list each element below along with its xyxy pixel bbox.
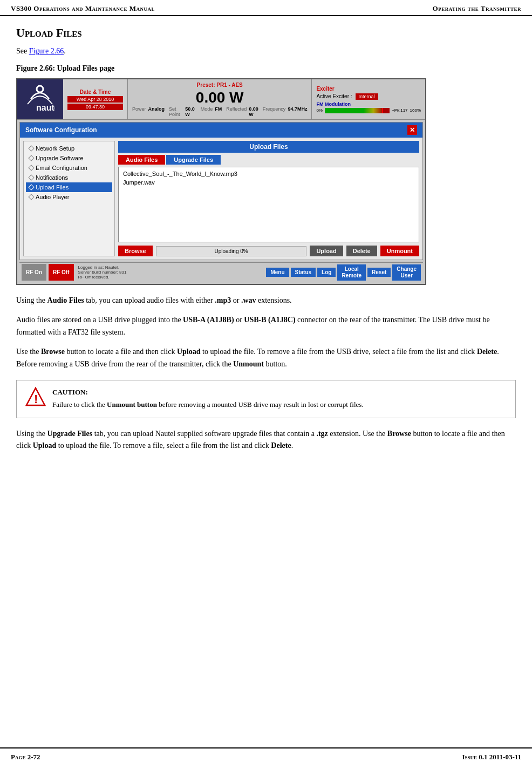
frequency-row: Frequency 94.7MHz bbox=[263, 106, 308, 117]
delete-term: Delete bbox=[477, 348, 497, 356]
nav-label-notifications: Notifications bbox=[36, 174, 68, 181]
svg-point-0 bbox=[37, 86, 43, 92]
top-bar: nautel Date & Time Wed Apr 28 2010 09:47… bbox=[17, 79, 425, 120]
nav-item-notifications[interactable]: Notifications bbox=[26, 173, 112, 182]
nav-item-upgrade-software[interactable]: Upgrade Software bbox=[26, 153, 112, 163]
nav-item-audio-player[interactable]: Audio Player bbox=[26, 192, 112, 202]
date-time-area: Date & Time Wed Apr 28 2010 09:47:30 bbox=[63, 79, 128, 119]
bar-left-label: 0% bbox=[316, 108, 323, 113]
sw-config-panel: Software Configuration ✕ Network Setup U… bbox=[19, 122, 423, 260]
power-type-val: Analog bbox=[148, 106, 165, 117]
file-item-1[interactable]: Collective_Soul_-_The_World_I_Know.mp3 bbox=[121, 169, 417, 178]
wav-term: .wav bbox=[241, 296, 256, 304]
caution-unmount-term: Unmount button bbox=[107, 400, 157, 409]
unmount-button[interactable]: Unmount bbox=[380, 246, 419, 256]
upload-term: Upload bbox=[177, 348, 201, 356]
bar-right-label: 160% bbox=[410, 108, 421, 113]
upload-progress: Uploading 0% bbox=[156, 246, 307, 256]
logged-info: Logged in as: Nautel. Server build numbe… bbox=[76, 264, 264, 281]
nav-diamond-icon bbox=[28, 194, 34, 200]
setpoint-row: Set Point 50.0 W bbox=[169, 106, 196, 117]
unmount-term: Unmount bbox=[233, 360, 264, 368]
nav-label-upgrade-software: Upgrade Software bbox=[36, 155, 84, 161]
caution-title: CAUTION: bbox=[52, 387, 364, 398]
rf-off-button[interactable]: RF Off bbox=[49, 264, 74, 281]
footer-right: Issue 0.1 2011-03-11 bbox=[462, 753, 521, 761]
upload-button[interactable]: Upload bbox=[310, 246, 343, 256]
nav-label-audio-player: Audio Player bbox=[36, 194, 69, 200]
log-button[interactable]: Log bbox=[317, 268, 336, 277]
header-left: VS300 Operations and Maintenance Manual bbox=[11, 4, 155, 13]
logged-line3: RF Off received. bbox=[78, 275, 262, 280]
power-type-label: Power bbox=[132, 106, 146, 117]
rf-on-button[interactable]: RF On bbox=[22, 264, 46, 281]
menu-button[interactable]: Menu bbox=[266, 268, 289, 277]
close-button[interactable]: ✕ bbox=[407, 125, 417, 135]
status-button[interactable]: Status bbox=[291, 268, 316, 277]
delete-button[interactable]: Delete bbox=[346, 246, 377, 256]
preset-area: Preset: PR1 - AES 0.00 W Power Analog Se… bbox=[128, 79, 312, 119]
body-paragraph-2: Audio files are stored on a USB drive pl… bbox=[16, 314, 516, 338]
usb-b-term: USB-B (A1J8C) bbox=[244, 316, 295, 324]
mp3-term: .mp3 bbox=[215, 296, 231, 304]
date-display: Wed Apr 28 2010 bbox=[67, 96, 123, 103]
modulation-bar-container: 0% +Pk:117 160% bbox=[316, 108, 421, 113]
nav-item-upload-files[interactable]: Upload Files bbox=[26, 182, 112, 192]
caution-content: CAUTION: Failure to click the Unmount bu… bbox=[52, 387, 364, 410]
nav-diamond-icon bbox=[28, 165, 34, 171]
sw-config-title: Software Configuration bbox=[25, 126, 97, 134]
browse-button[interactable]: Browse bbox=[118, 246, 153, 256]
time-display: 09:47:30 bbox=[67, 104, 123, 110]
tabs-row: Audio Files Upgrade Files bbox=[118, 155, 419, 165]
section-heading: Upload Files bbox=[16, 26, 516, 40]
right-header: Upload Files bbox=[118, 141, 419, 153]
local-remote-button[interactable]: LocalRemote bbox=[337, 264, 366, 281]
nav-item-email-config[interactable]: Email Configuration bbox=[26, 163, 112, 173]
browse-term-2: Browse bbox=[387, 430, 411, 438]
nav-item-network-setup[interactable]: Network Setup bbox=[26, 144, 112, 153]
nav-diamond-icon bbox=[28, 184, 34, 190]
power-type-row: Power Analog bbox=[132, 106, 165, 117]
bar-pk-label: +Pk:117 bbox=[392, 108, 408, 113]
reflected-label: Reflected bbox=[226, 106, 247, 117]
caution-icon: ! bbox=[25, 387, 46, 411]
frequency-label: Frequency bbox=[263, 106, 286, 117]
right-content: Upload Files Audio Files Upgrade Files C… bbox=[118, 141, 419, 256]
exciter-row: Active Exciter : Internal bbox=[316, 93, 421, 100]
change-user-button[interactable]: ChangeUser bbox=[392, 264, 421, 281]
bottom-controls: Browse Uploading 0% Upload Delete Unmoun… bbox=[118, 246, 419, 256]
modulation-bar bbox=[325, 108, 390, 113]
nautel-logo: nautel bbox=[25, 83, 55, 116]
reset-button[interactable]: Reset bbox=[367, 268, 391, 277]
mode-row: Mode FM bbox=[201, 106, 222, 117]
power-params: Power Analog Set Point 50.0 W Mode FM Re… bbox=[132, 106, 307, 117]
exciter-label: Exciter bbox=[316, 86, 421, 92]
svg-text:nautel: nautel bbox=[36, 103, 55, 112]
usb-a-term: USB-A (A1J8B) bbox=[183, 316, 234, 324]
tab-audio-files[interactable]: Audio Files bbox=[118, 155, 165, 165]
delete-term-2: Delete bbox=[271, 441, 291, 450]
preset-label: Preset: PR1 - AES bbox=[197, 82, 243, 88]
nav-label-upload-files: Upload Files bbox=[36, 184, 69, 190]
browse-term: Browse bbox=[41, 348, 65, 356]
svg-text:!: ! bbox=[34, 392, 38, 406]
fm-modulation-label: FM Modulation bbox=[316, 101, 421, 107]
nav-diamond-icon bbox=[28, 155, 34, 161]
nav-label-email-config: Email Configuration bbox=[36, 165, 87, 171]
reflected-row: Reflected 0.00 W bbox=[226, 106, 258, 117]
audio-files-term: Audio Files bbox=[47, 296, 84, 304]
sw-config-header: Software Configuration ✕ bbox=[20, 123, 422, 138]
caution-text: Failure to click the Unmount button befo… bbox=[52, 399, 364, 410]
caution-box: ! CAUTION: Failure to click the Unmount … bbox=[16, 380, 516, 418]
sw-config-body: Network Setup Upgrade Software Email Con… bbox=[20, 138, 422, 260]
main-content: Upload Files See Figure 2.66. Figure 2.6… bbox=[0, 16, 532, 471]
left-nav: Network Setup Upgrade Software Email Con… bbox=[23, 141, 115, 256]
tab-upgrade-files[interactable]: Upgrade Files bbox=[166, 155, 221, 165]
nav-label-network-setup: Network Setup bbox=[36, 145, 74, 152]
figure-link[interactable]: Figure 2.66 bbox=[29, 47, 64, 55]
transmitter-ui-wrapper: nautel Date & Time Wed Apr 28 2010 09:47… bbox=[16, 78, 516, 285]
file-item-2[interactable]: Jumper.wav bbox=[121, 178, 417, 187]
header-right: Operating the Transmitter bbox=[433, 4, 521, 13]
body-paragraph-upgrade: Using the Upgrade Files tab, you can upl… bbox=[16, 428, 516, 452]
upgrade-files-term: Upgrade Files bbox=[47, 430, 93, 438]
